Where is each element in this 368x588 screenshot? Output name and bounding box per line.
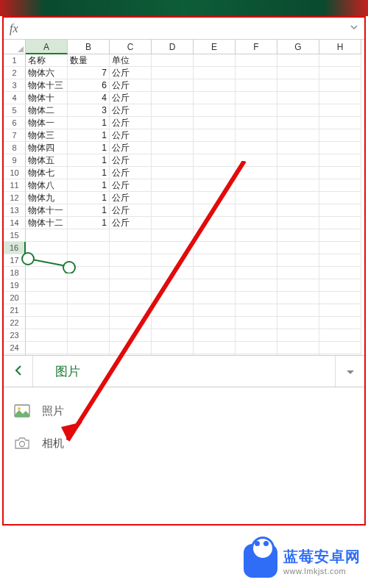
row-header[interactable]: 23 — [4, 329, 26, 342]
cell[interactable]: 物体四 — [26, 142, 68, 154]
cell[interactable] — [319, 179, 361, 192]
cell[interactable]: 1 — [68, 117, 110, 129]
cell[interactable] — [319, 254, 361, 267]
cell[interactable] — [277, 242, 319, 254]
back-button[interactable] — [4, 356, 33, 387]
cell[interactable] — [152, 304, 194, 317]
cell[interactable] — [194, 292, 236, 304]
cell[interactable]: 物体六 — [26, 67, 68, 79]
cell[interactable] — [152, 267, 194, 279]
cell[interactable]: 1 — [68, 167, 110, 179]
cell[interactable] — [194, 317, 236, 329]
table-row[interactable]: 17 — [4, 254, 364, 267]
cell[interactable]: 1 — [68, 217, 110, 229]
cell[interactable]: 公斤 — [110, 154, 152, 167]
row-header[interactable]: 9 — [4, 154, 26, 167]
cell[interactable] — [236, 329, 277, 342]
cell[interactable]: 物体八 — [26, 179, 68, 192]
cell[interactable]: 1 — [68, 179, 110, 192]
cell[interactable] — [68, 229, 110, 242]
col-header-A[interactable]: A — [26, 40, 68, 54]
row-header[interactable]: 11 — [4, 179, 26, 192]
cell[interactable] — [110, 242, 152, 254]
col-header-E[interactable]: E — [194, 40, 236, 54]
cell[interactable] — [194, 342, 236, 354]
col-header-D[interactable]: D — [152, 40, 194, 54]
cell[interactable]: 物体二 — [26, 104, 68, 117]
cell[interactable] — [236, 304, 277, 317]
cell[interactable]: 公斤 — [110, 117, 152, 129]
cell[interactable] — [26, 304, 68, 317]
chevron-down-icon[interactable] — [350, 23, 358, 34]
cell[interactable] — [319, 92, 361, 104]
cell[interactable] — [319, 304, 361, 317]
cell[interactable] — [236, 192, 277, 204]
cell[interactable] — [26, 342, 68, 354]
cell[interactable] — [236, 167, 277, 179]
cell[interactable] — [152, 242, 194, 254]
cell[interactable] — [319, 242, 361, 254]
cell[interactable] — [277, 104, 319, 117]
cell[interactable] — [277, 292, 319, 304]
cell[interactable]: 公斤 — [110, 204, 152, 217]
cell[interactable] — [319, 279, 361, 292]
cell[interactable] — [319, 204, 361, 217]
table-row[interactable]: 3物体十三6公斤 — [4, 79, 364, 92]
cell[interactable]: 物体五 — [26, 154, 68, 167]
cell[interactable] — [194, 79, 236, 92]
cell[interactable] — [194, 267, 236, 279]
cell[interactable] — [236, 254, 277, 267]
cell[interactable] — [194, 129, 236, 142]
table-row[interactable]: 24 — [4, 342, 364, 354]
cell[interactable] — [236, 279, 277, 292]
cell[interactable] — [152, 142, 194, 154]
cell[interactable]: 物体七 — [26, 167, 68, 179]
cell[interactable] — [152, 92, 194, 104]
cell[interactable]: 公斤 — [110, 142, 152, 154]
cell[interactable] — [194, 179, 236, 192]
cell[interactable] — [277, 79, 319, 92]
row-header[interactable]: 21 — [4, 304, 26, 317]
cell[interactable] — [152, 292, 194, 304]
table-row[interactable]: 10物体七1公斤 — [4, 167, 364, 179]
cell[interactable] — [319, 67, 361, 79]
cell[interactable] — [277, 267, 319, 279]
cell[interactable] — [277, 317, 319, 329]
table-row[interactable]: 20 — [4, 292, 364, 304]
cell[interactable] — [26, 292, 68, 304]
cell[interactable] — [319, 104, 361, 117]
cell[interactable] — [194, 204, 236, 217]
cell[interactable]: 公斤 — [110, 129, 152, 142]
cell[interactable] — [236, 67, 277, 79]
table-row[interactable]: 4物体十4公斤 — [4, 92, 364, 104]
cell[interactable] — [194, 142, 236, 154]
cell[interactable] — [319, 267, 361, 279]
cell[interactable]: 物体十二 — [26, 217, 68, 229]
cell[interactable] — [277, 142, 319, 154]
cell[interactable] — [319, 329, 361, 342]
row-header[interactable]: 8 — [4, 142, 26, 154]
formula-input[interactable] — [26, 18, 350, 39]
row-header[interactable]: 17 — [4, 254, 26, 267]
cell[interactable] — [319, 167, 361, 179]
table-row[interactable]: 16 — [4, 242, 364, 254]
cell[interactable]: 公斤 — [110, 67, 152, 79]
cell[interactable] — [194, 67, 236, 79]
cell[interactable] — [236, 292, 277, 304]
col-header-C[interactable]: C — [110, 40, 152, 54]
cell[interactable] — [236, 142, 277, 154]
cell[interactable] — [236, 129, 277, 142]
cell[interactable]: 数量 — [68, 54, 110, 67]
cell[interactable]: 公斤 — [110, 79, 152, 92]
cell[interactable] — [26, 229, 68, 242]
table-row[interactable]: 13物体十一1公斤 — [4, 204, 364, 217]
cell[interactable] — [152, 329, 194, 342]
cell[interactable] — [26, 329, 68, 342]
cell[interactable] — [277, 254, 319, 267]
cell[interactable]: 公斤 — [110, 217, 152, 229]
row-header[interactable]: 12 — [4, 192, 26, 204]
cell[interactable] — [68, 279, 110, 292]
row-header[interactable]: 20 — [4, 292, 26, 304]
select-all-corner[interactable] — [4, 40, 26, 54]
cell[interactable]: 公斤 — [110, 104, 152, 117]
